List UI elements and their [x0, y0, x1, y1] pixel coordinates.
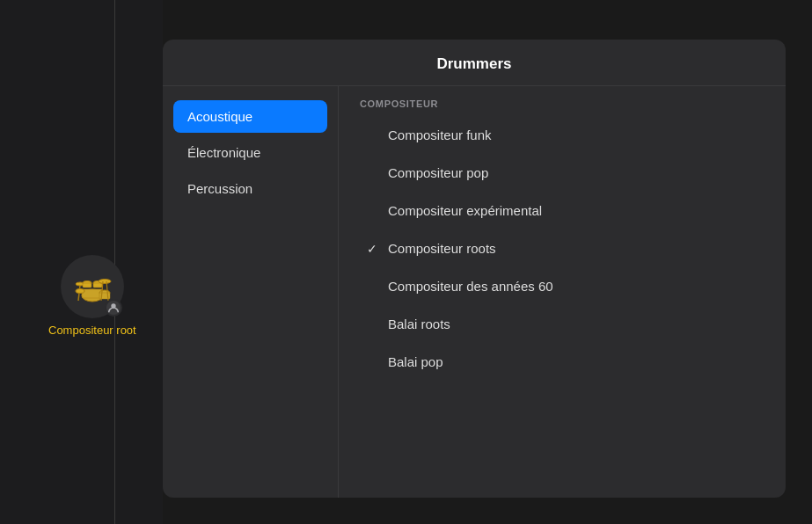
option-experimental-label: Compositeur expérimental: [388, 203, 542, 218]
category-item-electronique[interactable]: Électronique: [173, 136, 327, 169]
category-item-acoustique[interactable]: Acoustique: [173, 100, 327, 133]
main-panel: Drummers Acoustique Électronique Percuss…: [163, 40, 786, 498]
option-pop[interactable]: ✓ Compositeur pop: [346, 154, 779, 192]
option-funk-label: Compositeur funk: [388, 127, 492, 142]
option-balai-pop-label: Balai pop: [388, 354, 443, 369]
option-annees60[interactable]: ✓ Compositeur des années 60: [346, 267, 779, 305]
svg-point-4: [76, 289, 84, 294]
drummer-label: Compositeur root: [48, 324, 136, 337]
category-column: Acoustique Électronique Percussion: [163, 86, 339, 498]
option-annees60-label: Compositeur des années 60: [388, 279, 553, 294]
options-section-header: COMPOSITEUR: [339, 86, 786, 116]
option-roots[interactable]: ✓ Compositeur roots: [346, 229, 779, 267]
svg-rect-10: [93, 283, 102, 287]
panel-title: Drummers: [163, 40, 786, 86]
options-column: COMPOSITEUR ✓ Compositeur funk ✓ Composi…: [339, 86, 786, 498]
option-pop-label: Compositeur pop: [388, 165, 488, 180]
option-balai-roots-label: Balai roots: [388, 317, 450, 331]
option-balai-roots[interactable]: ✓ Balai roots: [346, 305, 779, 343]
panel-body: Acoustique Électronique Percussion COMPO…: [163, 86, 786, 498]
category-item-percussion[interactable]: Percussion: [173, 172, 327, 205]
option-balai-pop[interactable]: ✓ Balai pop: [346, 343, 779, 381]
svg-point-11: [99, 280, 111, 284]
checkmark-roots: ✓: [367, 242, 381, 256]
option-experimental[interactable]: ✓ Compositeur expérimental: [346, 192, 779, 229]
drummer-circle: [61, 255, 124, 318]
svg-rect-8: [83, 283, 91, 287]
option-funk[interactable]: ✓ Compositeur funk: [346, 116, 779, 154]
drummer-track-icon[interactable]: Compositeur root: [48, 255, 136, 337]
user-badge: [105, 299, 122, 317]
option-roots-label: Compositeur roots: [388, 241, 496, 256]
